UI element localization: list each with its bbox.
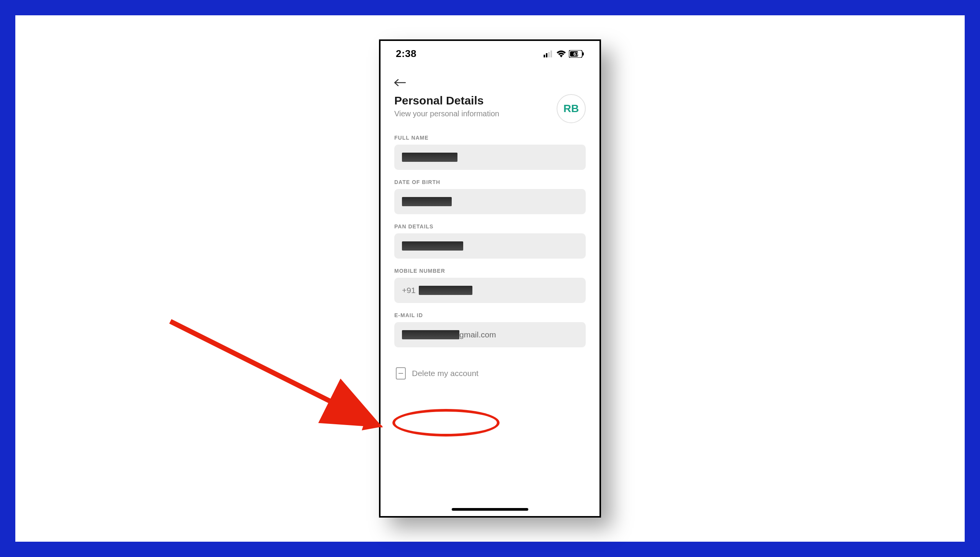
delete-icon: [396, 367, 406, 379]
mobile-prefix: +91: [402, 286, 416, 295]
phone-frame: 2:38: [379, 39, 601, 518]
page-title: Personal Details: [394, 94, 557, 107]
email-group: E-MAIL ID gmail.com: [394, 312, 586, 347]
redacted-value: [402, 241, 463, 251]
svg-rect-1: [546, 53, 547, 57]
redacted-value: [402, 330, 459, 339]
email-suffix: gmail.com: [459, 330, 496, 339]
full-name-group: FULL NAME: [394, 135, 586, 170]
signal-icon: [544, 50, 554, 57]
redacted-value: [402, 197, 452, 206]
screen-content: Personal Details View your personal info…: [381, 64, 599, 383]
dob-group: DATE OF BIRTH: [394, 179, 586, 214]
delete-account-label: Delete my account: [412, 369, 479, 378]
pan-group: PAN DETAILS: [394, 223, 586, 259]
status-bar: 2:38: [381, 41, 599, 64]
mobile-group: MOBILE NUMBER +91: [394, 268, 586, 303]
wifi-icon: [557, 50, 566, 57]
status-time: 2:38: [396, 48, 416, 60]
svg-rect-2: [548, 52, 550, 57]
svg-rect-0: [544, 55, 545, 57]
avatar[interactable]: RB: [557, 94, 586, 123]
page-subtitle: View your personal information: [394, 109, 557, 118]
annotation-arrow: [167, 318, 385, 436]
full-name-field[interactable]: [394, 145, 586, 170]
status-icons: 67: [544, 50, 584, 58]
redacted-value: [402, 153, 457, 162]
svg-line-9: [170, 321, 369, 421]
mobile-label: MOBILE NUMBER: [394, 268, 586, 274]
svg-rect-6: [583, 52, 584, 55]
battery-icon: 67: [569, 50, 584, 58]
redacted-value: [419, 286, 472, 295]
page-header: Personal Details View your personal info…: [394, 94, 586, 123]
full-name-label: FULL NAME: [394, 135, 586, 141]
dob-field[interactable]: [394, 189, 586, 214]
email-field[interactable]: gmail.com: [394, 322, 586, 347]
pan-field[interactable]: [394, 233, 586, 259]
svg-text:67: 67: [573, 52, 579, 57]
mobile-field[interactable]: +91: [394, 278, 586, 303]
svg-rect-3: [550, 50, 552, 57]
dob-label: DATE OF BIRTH: [394, 179, 586, 185]
back-button[interactable]: [394, 79, 406, 86]
delete-account-button[interactable]: Delete my account: [394, 364, 480, 383]
pan-label: PAN DETAILS: [394, 223, 586, 230]
canvas: 2:38: [15, 15, 965, 542]
email-label: E-MAIL ID: [394, 312, 586, 318]
home-indicator[interactable]: [452, 508, 528, 511]
